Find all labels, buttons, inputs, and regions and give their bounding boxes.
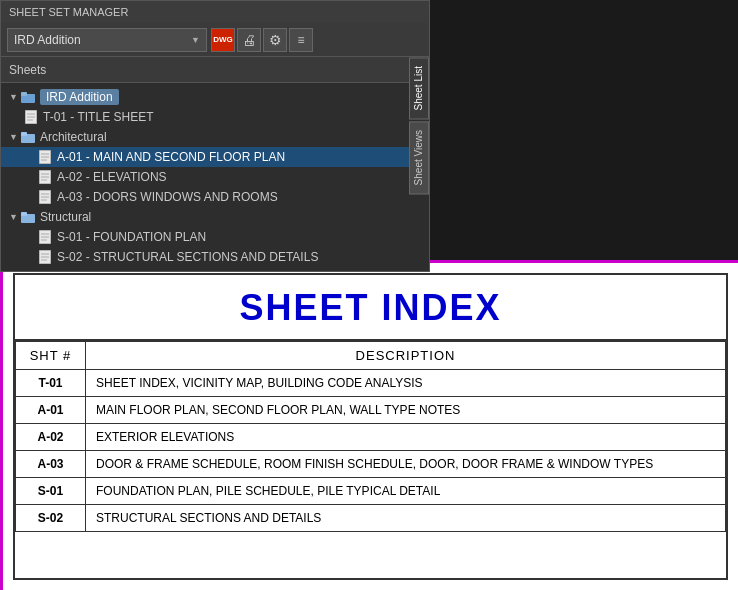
- ssm-toolbar: IRD Addition ▼ DWG 🖨 ⚙ ≡: [1, 23, 429, 57]
- tree-item-label-a02: A-02 - ELEVATIONS: [57, 170, 167, 184]
- table-row: A-02EXTERIOR ELEVATIONS: [16, 424, 726, 451]
- tree-root[interactable]: ▼ IRD Addition: [1, 87, 429, 107]
- svg-rect-21: [21, 212, 27, 216]
- cell-desc: DOOR & FRAME SCHEDULE, ROOM FINISH SCHED…: [86, 451, 726, 478]
- expand-icon-arch: ▼: [9, 132, 18, 142]
- col-header-desc: DESCRIPTION: [86, 342, 726, 370]
- table-row: T-01SHEET INDEX, VICINITY MAP, BUILDING …: [16, 370, 726, 397]
- tree-item-t01[interactable]: T-01 - TITLE SHEET: [1, 107, 429, 127]
- root-label: IRD Addition: [40, 89, 119, 105]
- tree-item-architectural[interactable]: ▼ Architectural: [1, 127, 429, 147]
- cell-sht: T-01: [16, 370, 86, 397]
- subset-icon-arch: [20, 129, 36, 145]
- tree-item-a03[interactable]: A-03 - DOORS WINDOWS AND ROOMS: [1, 187, 429, 207]
- tree-item-a02[interactable]: A-02 - ELEVATIONS: [1, 167, 429, 187]
- dropdown-value: IRD Addition: [14, 33, 81, 47]
- sheet-index-container: SHEET INDEX SHT # DESCRIPTION T-01SHEET …: [13, 273, 728, 580]
- cell-sht: A-01: [16, 397, 86, 424]
- settings-button[interactable]: ⚙: [263, 28, 287, 52]
- expand-icon-struct: ▼: [9, 212, 18, 222]
- drawing-area: SHEET INDEX SHT # DESCRIPTION T-01SHEET …: [0, 260, 738, 590]
- svg-rect-1: [21, 92, 27, 96]
- sheet-icon-a02: [37, 169, 53, 185]
- tree-item-label-struct: Structural: [40, 210, 91, 224]
- cell-desc: FOUNDATION PLAN, PILE SCHEDULE, PILE TYP…: [86, 478, 726, 505]
- tree-item-s02[interactable]: S-02 - STRUCTURAL SECTIONS AND DETAILS: [1, 247, 429, 267]
- svg-rect-7: [21, 132, 27, 136]
- ssm-titlebar: SHEET SET MANAGER: [1, 1, 429, 23]
- toolbar-buttons: DWG 🖨 ⚙ ≡: [211, 28, 313, 52]
- tree-item-structural[interactable]: ▼ Structural: [1, 207, 429, 227]
- sheet-set-manager-panel: SHEET SET MANAGER IRD Addition ▼ DWG 🖨 ⚙…: [0, 0, 430, 272]
- sheet-icon-s01: [37, 229, 53, 245]
- expand-icon: ▼: [9, 92, 18, 102]
- tab-sheet-list[interactable]: Sheet List: [409, 57, 429, 119]
- side-tabs: Sheet List Sheet Views: [409, 57, 429, 197]
- ssm-title: SHEET SET MANAGER: [9, 6, 128, 18]
- sheet-index-table: SHT # DESCRIPTION T-01SHEET INDEX, VICIN…: [15, 341, 726, 532]
- cell-sht: S-02: [16, 505, 86, 532]
- table-row: A-01MAIN FLOOR PLAN, SECOND FLOOR PLAN, …: [16, 397, 726, 424]
- print-button[interactable]: 🖨: [237, 28, 261, 52]
- tab-sheet-views[interactable]: Sheet Views: [409, 121, 429, 194]
- tree-item-label-a01: A-01 - MAIN AND SECOND FLOOR PLAN: [57, 150, 285, 164]
- cell-desc: STRUCTURAL SECTIONS AND DETAILS: [86, 505, 726, 532]
- ssm-sheets-header: Sheets ↻: [1, 57, 429, 83]
- tree-item-s01[interactable]: S-01 - FOUNDATION PLAN: [1, 227, 429, 247]
- cell-desc: SHEET INDEX, VICINITY MAP, BUILDING CODE…: [86, 370, 726, 397]
- table-row: S-02STRUCTURAL SECTIONS AND DETAILS: [16, 505, 726, 532]
- dwg-button[interactable]: DWG: [211, 28, 235, 52]
- table-row: A-03DOOR & FRAME SCHEDULE, ROOM FINISH S…: [16, 451, 726, 478]
- tree-item-label-s02: S-02 - STRUCTURAL SECTIONS AND DETAILS: [57, 250, 318, 264]
- tree-item-a01[interactable]: A-01 - MAIN AND SECOND FLOOR PLAN: [1, 147, 429, 167]
- sheet-icon-t01: [23, 109, 39, 125]
- sheet-set-dropdown[interactable]: IRD Addition ▼: [7, 28, 207, 52]
- col-header-sht: SHT #: [16, 342, 86, 370]
- tree-item-label-s01: S-01 - FOUNDATION PLAN: [57, 230, 206, 244]
- sheet-index-title: SHEET INDEX: [15, 275, 726, 341]
- cell-desc: EXTERIOR ELEVATIONS: [86, 424, 726, 451]
- cell-sht: A-02: [16, 424, 86, 451]
- cell-desc: MAIN FLOOR PLAN, SECOND FLOOR PLAN, WALL…: [86, 397, 726, 424]
- tree-item-label-t01: T-01 - TITLE SHEET: [43, 110, 153, 124]
- sheet-icon-s02: [37, 249, 53, 265]
- subset-icon-struct: [20, 209, 36, 225]
- cell-sht: A-03: [16, 451, 86, 478]
- tree-item-label-a03: A-03 - DOORS WINDOWS AND ROOMS: [57, 190, 278, 204]
- sheetset-icon: [20, 89, 36, 105]
- cell-sht: S-01: [16, 478, 86, 505]
- sheet-icon-a03: [37, 189, 53, 205]
- menu-button[interactable]: ≡: [289, 28, 313, 52]
- sheets-label: Sheets: [9, 63, 46, 77]
- table-row: S-01FOUNDATION PLAN, PILE SCHEDULE, PILE…: [16, 478, 726, 505]
- ssm-tree: ▼ IRD Addition T-01 - TITLE SHEET: [1, 83, 429, 271]
- sheet-icon-a01: [37, 149, 53, 165]
- tree-item-label-arch: Architectural: [40, 130, 107, 144]
- chevron-down-icon: ▼: [191, 35, 200, 45]
